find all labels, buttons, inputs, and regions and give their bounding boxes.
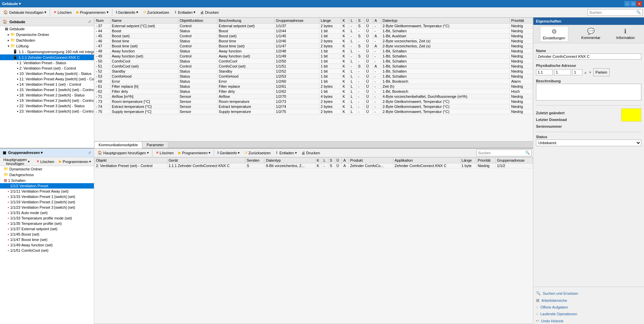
b-program-button[interactable]: ▶Programmieren▾ — [176, 149, 212, 157]
main-table-container[interactable]: NumNameObjektfunktionBeschreibungGruppen… — [94, 17, 533, 141]
tree-item-v23[interactable]: ▪ 23: Ventilation Preset 3 [switch] (set… — [0, 109, 94, 114]
minimize-button[interactable]: – — [624, 1, 630, 6]
table-row[interactable]: ▪ 37External setpoint [°C] (set)ControlE… — [95, 24, 533, 29]
gruppen-tree-item-g6[interactable]: ▪ 1/1/31 Auto mode (set) — [0, 210, 94, 215]
spinner-down[interactable]: ▼ — [588, 71, 592, 74]
park-button[interactable]: Parken — [593, 68, 610, 76]
table-row[interactable]: ▪ 48Away functionStatusAway function1/2/… — [95, 49, 533, 54]
b-add-button[interactable]: 🏠Hauptgruppen hinzufügen▾ — [96, 149, 151, 157]
gruppen-tree-item-g1[interactable]: ▪ 1/1/2 Ventilation Preset — [0, 183, 94, 189]
gruppen-tree-item-g12[interactable]: ▪ 1/1/49 Away function (set) — [0, 242, 94, 248]
gebaude-tree[interactable]: 🏛 Gebäude ▸ 📁 Dynamische Ordner ▸ 📁 Dach… — [0, 26, 94, 148]
table-row[interactable]: ▪ 60ErrorStatusError1/2/601 bitKL-Ü-1-Bi… — [95, 79, 533, 84]
tree-item-v22[interactable]: ▪ 22: Ventilation Preset 3 [switch] - St… — [0, 103, 94, 109]
table-row[interactable]: ▪ 73Room temperature [°C]SensorRoom temp… — [95, 99, 533, 104]
status-select[interactable]: Unbekannt — [536, 139, 641, 146]
tree-item-v14[interactable]: ▪ 14: Ventilation Preset 1 (set) - Contr… — [0, 82, 94, 87]
bottom-link-offene-aufgaben[interactable]: ○Offene Aufgaben — [536, 304, 641, 311]
gruppen-tree-item-g2[interactable]: ▪ 1/1/11 Ventilation Preset Away (set) — [0, 189, 94, 194]
maximize-button[interactable]: □ — [631, 1, 636, 6]
gruppen-tree-item-schalten[interactable]: ▦ 1 Schalten — [0, 177, 94, 183]
tab-kommunikationsobjekte[interactable]: Kommunikationsobjekte — [94, 141, 142, 148]
add-building-button[interactable]: 🏠 Gebäude hinzufügen ▾ — [1, 8, 48, 16]
unload-button[interactable]: ⬇ Entladen ▾ — [172, 8, 198, 16]
tree-item-v10[interactable]: ▪ 10: Ventilation Preset Away [switch] -… — [0, 71, 94, 76]
description-textarea[interactable] — [536, 84, 641, 100]
gruppen-tree-item-g10[interactable]: ▪ 1/1/45 Boost (set) — [0, 232, 94, 237]
address-input-3[interactable] — [572, 69, 582, 75]
gruppen-tree-item-dyn2[interactable]: 📁 Dynamische Ordner — [0, 166, 94, 172]
table-row[interactable]: ▪ 51ComfoCool (set)ControlComfoCool (set… — [95, 64, 533, 69]
gruppen-tree-item-g8[interactable]: ▪ 1/1/35 Temperature profile (set) — [0, 221, 94, 226]
tree-item-dynamische[interactable]: ▸ 📁 Dynamische Ordner — [0, 32, 94, 37]
tree-item-zehnder[interactable]: 📱 1.1.1 Zehnder ComfoConnect KNX C — [0, 54, 94, 60]
tree-item-v18[interactable]: ▪ 18: Ventilation Preset 2 [switch] - St… — [0, 92, 94, 98]
address-input-1[interactable] — [536, 69, 553, 75]
bottom-table-container[interactable]: ObjektGerätSendenDatentypKLSÜAProduktApp… — [94, 157, 533, 324]
table-row[interactable]: ▪ 46Boost timeStatusBoost time1/2/462 by… — [95, 39, 533, 44]
prop-tab-einstellungen[interactable]: ⚙Einstellungen — [540, 26, 568, 42]
search-box[interactable]: 🔍 — [587, 9, 643, 16]
g-program-button[interactable]: ▶Programmieren▾ — [57, 158, 93, 166]
g-delete-button[interactable]: ✕Löschen — [34, 158, 57, 166]
table-row[interactable]: ▪ 52StandbyStatusStandby1/2/521 bitKL-Ü-… — [95, 69, 533, 74]
close-button[interactable]: ✕ — [637, 1, 642, 6]
prop-tab-information[interactable]: ℹInformation — [613, 26, 637, 42]
gruppen-tree-item-g9[interactable]: ▪ 1/1/37 External setpoint (set) — [0, 226, 94, 232]
reset-button[interactable]: ↺ Zurücksetzen — [141, 8, 171, 16]
b-print-button[interactable]: 🖨Drucken — [299, 149, 322, 157]
gruppen-tree[interactable]: 📁 Dynamische Ordner📁 Dachgeschoss▦ 1 Sch… — [0, 166, 94, 324]
tree-item-v1[interactable]: ▪ 1: Ventilation Preset - Status — [0, 60, 94, 66]
table-row[interactable]: ▪ 44BoostStatusBoost1/2/441 bitKL-Ü-1-Bi… — [95, 29, 533, 34]
b-info-button[interactable]: ℹGeräteinfo▾ — [215, 149, 242, 157]
b-delete-button[interactable]: ✕Löschen — [154, 149, 176, 157]
gruppen-tree-item-g5[interactable]: ▪ 1/1/23 Ventilation Preset 3 [switch] (… — [0, 205, 94, 210]
table-row[interactable]: ▪ 71Airflow [m³/h]SensorAirflow1/2/704 b… — [95, 94, 533, 99]
table-row[interactable]: ▪ 61Filter replace [h]StatusFilter repla… — [95, 84, 533, 89]
name-input[interactable] — [536, 53, 641, 59]
tree-item-v2[interactable]: ▪ 2: Ventilation Preset (set) - Control — [0, 66, 94, 71]
gruppen-tree-item-g11[interactable]: ▪ 1/1/47 Boost time (set) — [0, 237, 94, 242]
add-group-button[interactable]: Hauptgruppen hinzufügen▾ — [1, 158, 32, 166]
spinner-up[interactable]: ▲ — [584, 71, 587, 74]
table-row[interactable]: ▪ 47Boost time (set)ControlBoost time (s… — [95, 44, 533, 49]
bottom-table-row[interactable]: 2: Ventilation Preset (set) - Control1.1… — [95, 163, 533, 168]
bottom-link-undo-historie[interactable]: ↩Undo Historie — [536, 317, 641, 324]
bcol-gerät: Gerät — [167, 158, 245, 163]
bottom-search-input[interactable] — [478, 151, 525, 155]
delete-button[interactable]: ✕ Löschen — [51, 8, 74, 16]
tree-item-gebaude[interactable]: 🏛 Gebäude — [0, 26, 94, 32]
table-row[interactable]: ▪ 50ComfoCoolStatusComfoCool1/2/501 bitK… — [95, 59, 533, 64]
table-row[interactable]: ▪ 45Boost (set)ControlBoost (set)1/1/451… — [95, 34, 533, 39]
bottom-link-laufende-operationen[interactable]: ○Laufende Operationen — [536, 311, 641, 317]
gruppen-tree-item-g4[interactable]: ▪ 1/1/19 Ventilation Preset 2 [switch] (… — [0, 199, 94, 205]
address-input-2[interactable] — [554, 69, 571, 75]
gruppen-tree-item-g13[interactable]: ▪ 1/1/51 ComfoCool (set) — [0, 248, 94, 253]
tree-item-v19[interactable]: ▪ 19: Ventilation Preset 2 [switch] (set… — [0, 98, 94, 103]
tree-item-lueftung[interactable]: ▾ 📁 Lüftung — [0, 43, 94, 49]
tree-item-v15[interactable]: ▪ 15: Ventilation Preset 1 [switch] (set… — [0, 87, 94, 92]
table-row[interactable]: ▪ 49Away function (set)ControlAway funct… — [95, 54, 533, 59]
program-button[interactable]: ▶ Programmieren ▾ — [74, 8, 111, 16]
bottom-search[interactable]: 🔍 — [476, 150, 532, 156]
search-input[interactable] — [589, 10, 636, 14]
table-row[interactable]: ▪ 62Filter dirtyStatusFilter dirty1/2/62… — [95, 89, 533, 94]
table-row[interactable]: ▪ 75Supply temperature [°C]SensorSupply … — [95, 109, 533, 114]
tree-item-v11[interactable]: ▪ 11: Ventilation Preset Away [switch] (… — [0, 76, 94, 82]
prop-tab-kommentar[interactable]: 💬Kommentar — [579, 26, 603, 42]
table-row[interactable]: ▪ 53ComfoHoodStatusComfoHood1/2/531 bitK… — [95, 74, 533, 79]
table-row[interactable]: ▪ 74Extract temperature [°C]SensorExtrac… — [95, 104, 533, 109]
tab-parameter[interactable]: Parameter — [142, 141, 168, 148]
bottom-link-suchen-und-ersetzen[interactable]: 🔍Suchen und Ersetzen — [536, 290, 641, 297]
b-unload-button[interactable]: ⬇Entladen▾ — [273, 149, 298, 157]
gruppen-tree-item-g3[interactable]: ▪ 1/1/15 Ventilation Preset 1 [switch] (… — [0, 194, 94, 199]
print-button[interactable]: 🖨 Drucken — [198, 8, 221, 16]
bottom-link-arbeitsbereiche[interactable]: ▦Arbeitsbereiche — [536, 297, 641, 304]
gruppen-tree-item-g7[interactable]: ▪ 1/1/33 Temperature profile mode (set) — [0, 215, 94, 221]
tree-item-dachboden[interactable]: ▸ 📁 Dachboden — [0, 37, 94, 43]
b-reset-button[interactable]: ↺Zurücksetzen — [242, 149, 273, 157]
gebaude-section: 🏠 Gebäude ⤢ 🏛 Gebäude ▸ 📁 Dynamische Ord… — [0, 17, 94, 149]
info-button[interactable]: ℹ Geräteinfo ▾ — [114, 8, 140, 16]
gruppen-tree-item-dach[interactable]: 📁 Dachgeschoss — [0, 172, 94, 177]
tree-item-span[interactable]: 📱 1.1 - Spannungsversorgung 160 mA mit i… — [0, 49, 94, 54]
